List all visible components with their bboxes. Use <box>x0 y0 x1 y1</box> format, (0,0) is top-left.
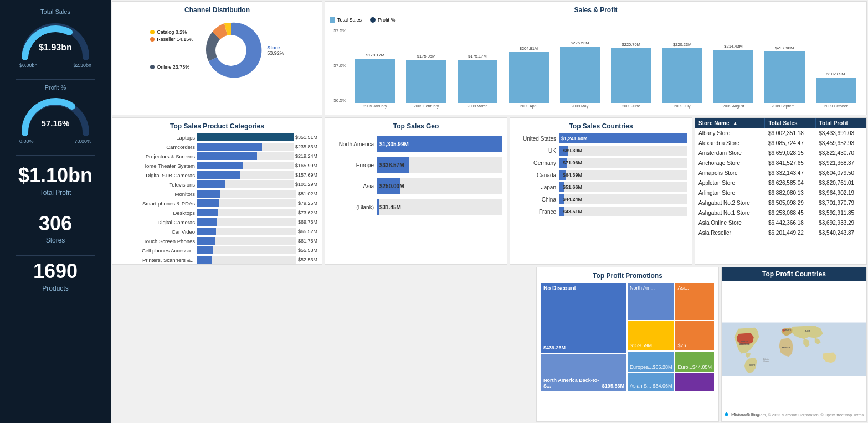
sp-legend: Total Sales Profit % <box>330 17 862 23</box>
total-profit-label: Total Profit <box>6 189 105 197</box>
map-copyright: © 2023 TomTom, © 2023 Microsoft Corporat… <box>737 413 864 417</box>
sort-icon: ▲ <box>732 120 738 126</box>
treemap-cell-asi: Asi... <box>675 283 714 320</box>
categories-list: Laptops $351.51M Camcorders $235.83M Pro… <box>117 133 317 265</box>
promotions-title: Top Profit Promotions <box>541 272 714 280</box>
table-row: Amsterdam Store $6,659,028.15 $3,822,430… <box>695 148 866 158</box>
store-table-panel: Store Name ▲ Total Sales Total Profit Al… <box>695 117 867 265</box>
table-row: Alexandria Store $6,085,724.47 $3,459,65… <box>695 138 866 148</box>
profit-range: 0.00% 70.00% <box>19 138 91 144</box>
map-svg: NORTH AMERICA Atlantic Ocean SOUTH EUROP… <box>722 281 866 418</box>
treemap-left: No Discount $439.26M North America Back-… <box>541 283 626 391</box>
list-item: (Blank) $31.45M <box>330 199 502 215</box>
list-item: Germany $71.06M <box>515 158 687 168</box>
chart-col-sep: $207.98M <box>759 45 809 103</box>
treemap-cell-purple <box>675 373 714 391</box>
top-profit-countries-panel: Top Profit Countries <box>721 267 867 422</box>
top-categories-panel: Top Sales Product Categories Laptops $35… <box>112 117 322 265</box>
treemap-cell-asian-s: Asian S... $64.06M <box>628 373 675 391</box>
store-pct-label: Store 53.92% <box>267 45 284 56</box>
treemap-cell-euro: Euro... $44.05M <box>675 352 714 373</box>
catalog-dot <box>150 30 155 34</box>
table-row: Anchorage Store $6,841,527.65 $3,921,368… <box>695 158 866 168</box>
table-row: Arlington Store $6,882,080.13 $3,964,902… <box>695 188 866 198</box>
countries-bars: United States $1,241.60M UK $89.39M <box>515 133 687 216</box>
stores-value: 306 <box>6 213 105 235</box>
bottom-row: Top Profit Promotions No Discount $439.2… <box>111 266 868 423</box>
donut-legend: Catalog 8.2% Reseller 14.15% Online 23.7… <box>150 29 193 71</box>
products-value: 1690 <box>6 260 105 282</box>
chart-col-apr: $204.81M <box>504 46 553 103</box>
top-promotions-panel: Top Profit Promotions No Discount $439.2… <box>536 267 719 422</box>
list-item: Camcorders $235.83M <box>117 143 317 151</box>
table-row: Annapolis Store $6,332,143.47 $3,604,079… <box>695 168 866 178</box>
categories-title: Top Sales Product Categories <box>117 122 317 130</box>
sales-profit-chart: 57.5% 57.0% 56.5% $178.17M $175.05 <box>330 25 862 114</box>
x-axis-labels: 2009 January 2009 February 2009 March 20… <box>349 104 862 108</box>
list-item: Home Theater System $165.99M <box>117 162 317 169</box>
profit-countries-title: Top Profit Countries <box>722 267 866 281</box>
chart-col-aug: $214.43M <box>708 44 758 103</box>
svg-text:SOUTH: SOUTH <box>749 364 756 367</box>
total-profit-header[interactable]: Total Profit <box>815 118 866 128</box>
store-data-table: Store Name ▲ Total Sales Total Profit Al… <box>695 118 866 238</box>
store-table-body: Albany Store $6,002,351.18 $3,433,691.03… <box>695 128 866 238</box>
bar-chart: $178.17M $175.05M $175.17M <box>349 25 862 103</box>
list-item: Digital SLR Cameras $157.69M <box>117 171 317 179</box>
middle-row: Top Sales Product Categories Laptops $35… <box>111 116 868 266</box>
list-item: Digital Cameras $69.73M <box>117 218 317 226</box>
store-table-scroll[interactable]: Store Name ▲ Total Sales Total Profit Al… <box>695 118 866 238</box>
table-row: Asia Online Store $6,442,366.18 $3,692,9… <box>695 218 866 228</box>
total-sales-header[interactable]: Total Sales <box>765 118 815 128</box>
sales-legend-dot <box>330 17 335 23</box>
stores-label: Stores <box>6 236 105 244</box>
list-item: Desktops $73.62M <box>117 209 317 216</box>
reseller-dot <box>150 37 155 42</box>
donut-chart-area: Catalog 8.2% Reseller 14.15% Online 23.7… <box>117 17 317 84</box>
svg-text:NORTH: NORTH <box>741 340 749 343</box>
donut-svg <box>198 17 264 84</box>
bottom-spacer <box>111 266 323 423</box>
list-item: Asia $250.00M <box>330 178 502 194</box>
channel-dist-title: Channel Distribution <box>117 6 317 14</box>
treemap-cell-76: $76... <box>675 321 714 350</box>
chart-col-may: $226.53M <box>555 40 605 103</box>
total-profit-value: $1.10bn <box>6 164 105 187</box>
table-row: Ashgabat No.2 Store $6,505,098.29 $3,701… <box>695 198 866 208</box>
list-item: France $43.51M <box>515 207 687 216</box>
list-item: China $44.24M <box>515 194 687 204</box>
list-item: Japan $51.66M <box>515 182 687 192</box>
geo-title: Top Sales Geo <box>330 122 502 130</box>
list-item: United States $1,241.60M <box>515 133 687 143</box>
svg-text:AMERICA: AMERICA <box>739 343 749 345</box>
svg-text:ASIA: ASIA <box>805 329 810 332</box>
legend-catalog: Catalog 8.2% <box>150 29 193 35</box>
list-item: Cell phones Accesso... $55.53M <box>117 246 317 254</box>
list-item: Smart phones & PDAs $79.25M <box>117 199 317 207</box>
list-item: Europe $338.57M <box>330 157 502 173</box>
treemap-middle: North Am... $159.59M Europea... $65.28M … <box>628 283 675 391</box>
geo-bars: North America $1,305.99M Europe $338.57M <box>330 136 502 215</box>
chart-col-feb: $175.05M <box>401 54 451 103</box>
list-item: North America $1,305.99M <box>330 136 502 152</box>
list-item: Car Video $65.52M <box>117 228 317 235</box>
chart-col-jun: $220.76M <box>606 42 656 103</box>
table-row: Asia Reseller $6,201,449.22 $3,540,243.8… <box>695 228 866 238</box>
list-item: Canada $64.39M <box>515 170 687 180</box>
profit-legend-dot <box>370 17 376 23</box>
store-name-header[interactable]: Store Name ▲ <box>695 118 765 128</box>
channel-distribution-panel: Channel Distribution Catalog 8.2% Resell… <box>112 1 322 115</box>
total-sales-value: $1.93bn <box>39 43 72 52</box>
table-row: Ashgabat No.1 Store $6,253,068.45 $3,592… <box>695 208 866 218</box>
treemap-right: Asi... $76... Euro... $44.05M <box>675 283 714 391</box>
list-item: Monitors $81.02M <box>117 190 317 198</box>
treemap: No Discount $439.26M North America Back-… <box>541 283 714 391</box>
top-countries-panel: Top Sales Countries United States $1,241… <box>510 117 692 265</box>
table-row: Appleton Store $6,626,585.04 $3,820,761.… <box>695 178 866 188</box>
svg-point-0 <box>215 35 246 66</box>
profit-pct-title: Profit % <box>6 84 105 91</box>
sales-profit-title: Sales & Profit <box>330 6 862 14</box>
online-dot <box>150 65 155 69</box>
list-item: UK $89.39M <box>515 146 687 156</box>
list-item: Touch Screen Phones $61.75M <box>117 237 317 245</box>
